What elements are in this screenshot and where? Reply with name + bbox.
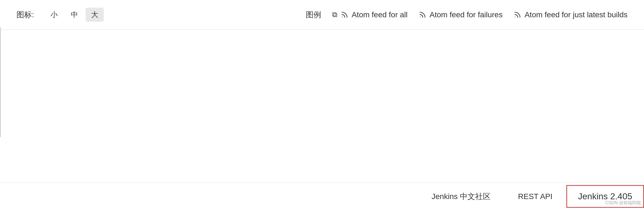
feed-latest-label: Atom feed for just latest builds bbox=[525, 10, 628, 19]
jenkins-version-badge[interactable]: Jenkins 2.405 CSDN @前端阿能 bbox=[566, 185, 644, 208]
svg-point-2 bbox=[515, 17, 516, 17]
left-border bbox=[0, 27, 1, 137]
rss-svg-latest bbox=[514, 11, 521, 19]
community-link[interactable]: Jenkins 中文社区 bbox=[418, 191, 504, 202]
svg-point-0 bbox=[342, 17, 343, 17]
icon-size-buttons: 小 中 大 bbox=[45, 8, 104, 22]
size-medium-button[interactable]: 中 bbox=[65, 8, 83, 22]
top-bar: 图标: 小 中 大 图例 ⧉︎ Atom feed for all Atom f… bbox=[0, 0, 644, 30]
jenkins-version-text: Jenkins 2.405 bbox=[578, 191, 632, 201]
footer: Jenkins 中文社区 REST API Jenkins 2.405 CSDN… bbox=[0, 183, 644, 210]
rss-svg-failures bbox=[419, 11, 426, 19]
feed-all-link[interactable]: ⧉︎ Atom feed for all bbox=[332, 10, 408, 19]
feed-all-label: Atom feed for all bbox=[352, 10, 408, 19]
rss-svg-all bbox=[341, 11, 348, 19]
svg-point-1 bbox=[420, 17, 420, 17]
csdn-watermark: CSDN @前端阿能 bbox=[605, 200, 641, 206]
size-small-button[interactable]: 小 bbox=[45, 8, 63, 22]
rss-icon-all: ⧉︎ bbox=[332, 10, 337, 19]
rest-api-link[interactable]: REST API bbox=[504, 192, 566, 201]
size-large-button[interactable]: 大 bbox=[86, 8, 104, 22]
feed-failures-link[interactable]: Atom feed for failures bbox=[419, 10, 503, 19]
feed-latest-link[interactable]: Atom feed for just latest builds bbox=[514, 10, 628, 19]
footer-inner: Jenkins 中文社区 REST API Jenkins 2.405 CSDN… bbox=[418, 185, 644, 208]
icon-size-label: 图标: bbox=[16, 10, 34, 20]
feed-failures-label: Atom feed for failures bbox=[430, 10, 503, 19]
legend-link[interactable]: 图例 bbox=[306, 10, 321, 20]
